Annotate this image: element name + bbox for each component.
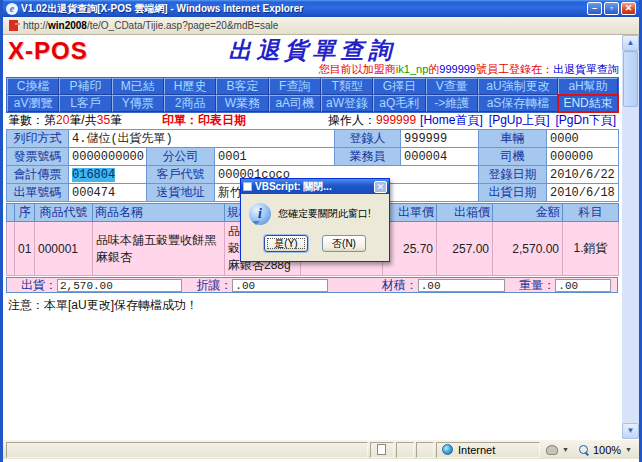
operator-info: 操作人：999999	[328, 112, 416, 129]
zoom-control[interactable]: 100% ▼	[575, 444, 636, 456]
address-input[interactable]: http://win2008/te/O_CData/Tijie.asp?page…	[23, 20, 278, 31]
dialog-yes-button[interactable]: 是(Y)	[264, 235, 308, 252]
customer-label: 客戶代號	[147, 166, 215, 184]
login-mid: 的	[428, 63, 439, 75]
order-no-field[interactable]: 000474	[69, 184, 147, 202]
weight-field[interactable]: .00	[555, 279, 611, 292]
status-spacer-1	[396, 442, 414, 458]
login-prefix: 您目前以加盟商	[319, 63, 396, 75]
login-page-name: 出退貨單查詢	[553, 63, 619, 75]
weight-label: 重量：	[519, 277, 555, 294]
voucher-field[interactable]: 016804	[69, 166, 147, 184]
minimize-button[interactable]: –	[587, 2, 602, 15]
magnifier-icon	[579, 445, 589, 455]
status-note: 注意：本單[aU更改]保存轉檔成功！	[6, 293, 619, 314]
reg-date-field[interactable]: 2010/6/22	[547, 166, 619, 184]
nav-pgdn-link[interactable]: [PgDn下頁]	[555, 112, 616, 129]
invoice-field[interactable]: 0000000000	[69, 148, 147, 166]
toolbar-button-pick-date[interactable]: G擇日	[373, 78, 425, 95]
scroll-down-icon[interactable]: ▼	[622, 423, 639, 439]
volume-label: 材積：	[382, 277, 418, 294]
toolbar-button-closed[interactable]: M已結	[112, 78, 164, 95]
print-mode-field[interactable]: 4.儲位(出貨先單)	[69, 130, 335, 148]
status-spacer-2	[416, 442, 434, 458]
zoom-level: 100%	[593, 444, 621, 456]
toolbar-button-switch-file[interactable]: C換檔	[7, 78, 59, 95]
toolbar-button-type[interactable]: T類型	[321, 78, 373, 95]
toolbar-button-end[interactable]: END結束	[558, 95, 618, 112]
toolbar-button-product[interactable]: 2商品	[164, 95, 216, 112]
item-product-name: 品味本舖五穀豐收餅黑麻銀杏	[93, 222, 225, 276]
xpos-logo: X-POS	[8, 37, 88, 65]
scrollbar-thumb[interactable]	[623, 51, 638, 107]
branch-field[interactable]: 0001	[215, 148, 335, 166]
ship-total-field[interactable]: 2,570.00	[57, 279, 182, 292]
toolbar-button-custom[interactable]: B客定	[216, 78, 268, 95]
item-product-code: 000001	[35, 222, 93, 276]
page-favicon	[9, 20, 18, 31]
toolbar-button-force-update[interactable]: aU強制更改	[478, 78, 558, 95]
print-mode-label: 列印方式	[7, 130, 69, 148]
scrollbar-track[interactable]	[622, 51, 639, 423]
toolbar-button-help[interactable]: aH幫助	[558, 78, 618, 95]
toolbar-button-check-qty[interactable]: V查量	[426, 78, 478, 95]
toolbar-button-customer[interactable]: L客戶	[59, 95, 111, 112]
order-no-label: 出單號碼	[7, 184, 69, 202]
scroll-up-icon[interactable]: ▲	[622, 35, 639, 51]
col-amount: 金額	[493, 204, 563, 222]
window-title: V1.02出退貨查詢[X-POS 雲端網] - Windows Internet…	[21, 2, 584, 16]
row-gutter-cell	[7, 222, 15, 276]
login-status: 您目前以加盟商ik1_np的999999號員工登錄在：出退貨單查詢	[6, 63, 619, 76]
reg-date-label: 登錄日期	[479, 166, 547, 184]
login-user-field[interactable]: 999999	[401, 130, 479, 148]
maximize-button[interactable]: ▫	[604, 2, 619, 15]
employee-id: 999999	[439, 63, 476, 75]
dialog-close-icon[interactable]: ✕	[374, 181, 387, 193]
invoice-label: 發票號碼	[7, 148, 69, 166]
vehicle-field[interactable]: 0000	[547, 130, 619, 148]
merchant-id: ik1_np	[396, 63, 428, 75]
record-count: 筆數：第20筆/共35筆	[8, 112, 122, 129]
vertical-scrollbar: ▲ ▼	[622, 35, 639, 439]
browser-window: e V1.02出退貨查詢[X-POS 雲端網] - Windows Intern…	[0, 0, 642, 462]
volume-field[interactable]: .00	[418, 279, 506, 292]
login-user-label: 登錄人	[335, 130, 401, 148]
toolbar-button-maintain[interactable]: ->維護	[426, 95, 478, 112]
item-box-price: 257.00	[437, 222, 493, 276]
ship-date-field[interactable]: 2010/6/18	[547, 184, 619, 202]
print-date-label: 印單：印表日期	[162, 112, 246, 129]
vehicle-label: 車輛	[479, 130, 547, 148]
phishing-filter-control[interactable]: ▼	[542, 445, 573, 455]
col-product-code: 商品代號	[35, 204, 93, 222]
address-bar: http://win2008/te/O_CData/Tijie.asp?page…	[3, 17, 639, 35]
toolbar-button-save-convert[interactable]: aS保存轉檔	[478, 95, 558, 112]
status-page-panel	[370, 442, 394, 458]
toolbar-button-voucher[interactable]: Y傳票	[112, 95, 164, 112]
item-account: 1.銷貨	[563, 222, 619, 276]
toolbar-button-margin[interactable]: aQ毛利	[373, 95, 425, 112]
nav-home-link[interactable]: [Home首頁]	[420, 112, 483, 129]
toolbar-button-browse[interactable]: aV瀏覽	[7, 95, 59, 112]
item-unit-price: 25.70	[383, 222, 437, 276]
nav-pgup-link[interactable]: [PgUp上頁]	[489, 112, 550, 129]
toolbar-button-sales[interactable]: W業務	[216, 95, 268, 112]
globe-icon	[442, 444, 453, 455]
title-bar: e V1.02出退貨查詢[X-POS 雲端網] - Windows Intern…	[3, 0, 639, 17]
toolbar-button-query[interactable]: F查詢	[269, 78, 321, 95]
col-seq: 序	[15, 204, 35, 222]
dialog-title: VBScript: 關閉...	[255, 180, 371, 194]
toolbar-button-driver[interactable]: aA司機	[269, 95, 321, 112]
salesman-field[interactable]: 000004	[401, 148, 479, 166]
toolbar-button-reprint[interactable]: P補印	[59, 78, 111, 95]
driver-field[interactable]: 000000	[547, 148, 619, 166]
toolbar-button-login[interactable]: aW登錄	[321, 95, 373, 112]
discount-field[interactable]: .00	[232, 279, 327, 292]
status-bar: Internet ▼ 100% ▼	[3, 439, 639, 459]
dialog-no-button[interactable]: 否(N)	[322, 235, 366, 252]
discount-label: 折讓：	[196, 277, 232, 294]
close-button[interactable]: ✕	[621, 2, 636, 15]
page-title: 出退貨單查詢	[6, 37, 619, 63]
summary-bar: 出貨： 2,570.00 折讓： .00 材積： .00 重量： .00	[6, 277, 618, 293]
ship-date-label: 出貨日期	[479, 184, 547, 202]
toolbar-button-history[interactable]: H歷史	[164, 78, 216, 95]
